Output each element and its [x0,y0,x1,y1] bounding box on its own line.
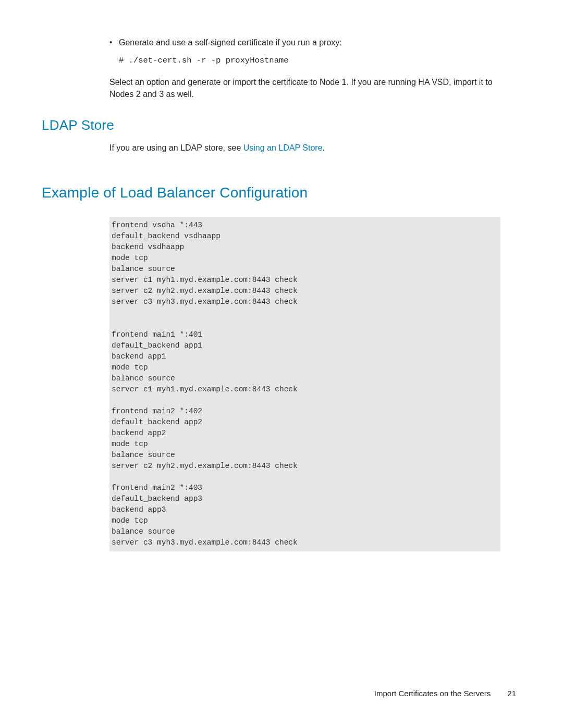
command-line: # ./set-cert.sh -r -p proxyHostname [119,55,516,66]
ldap-link[interactable]: Using an LDAP Store [243,143,323,152]
ldap-paragraph: If you are using an LDAP store, see Usin… [109,142,516,154]
footer-section-title: Import Certificates on the Servers [374,689,491,698]
bullet-text: Generate and use a self-signed certifica… [119,36,516,48]
page: • Generate and use a self-signed certifi… [0,0,563,728]
code-block-lb-config: frontend vsdha *:443 default_backend vsd… [109,217,500,551]
bullet-item: • Generate and use a self-signed certifi… [109,36,516,48]
ldap-text-prefix: If you are using an LDAP store, see [109,143,243,152]
body-column: • Generate and use a self-signed certifi… [109,36,516,100]
bullet-dot-icon: • [109,36,119,48]
heading-load-balancer: Example of Load Balancer Configuration [42,182,516,204]
paragraph-select-option: Select an option and generate or import … [109,76,516,100]
ldap-text-suffix: . [323,143,325,152]
ldap-body: If you are using an LDAP store, see Usin… [109,142,516,154]
footer-page-number: 21 [507,688,516,699]
page-footer: Import Certificates on the Servers 21 [374,688,516,699]
heading-ldap-store: LDAP Store [42,116,516,135]
